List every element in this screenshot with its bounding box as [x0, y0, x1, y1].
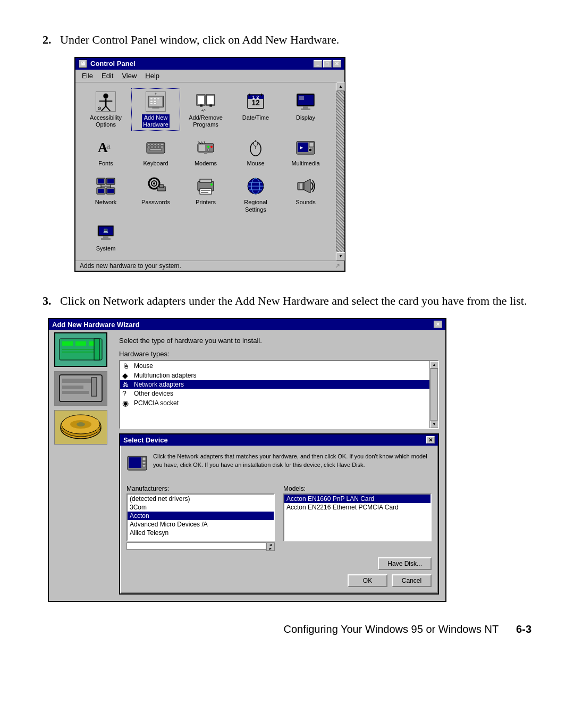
- svg-rect-113: [62, 391, 89, 394]
- model-en1660[interactable]: Accton EN1660 PnP LAN Card: [284, 495, 430, 503]
- printers-icon: [195, 175, 216, 197]
- svg-line-56: [198, 141, 201, 144]
- cp-item-network[interactable]: Network: [82, 173, 130, 215]
- cp-item-modems[interactable]: Modems: [182, 135, 230, 169]
- select-device-close[interactable]: ✕: [426, 436, 435, 444]
- hw-scroll-up[interactable]: ▲: [430, 361, 438, 369]
- addremove-icon: ≡ ≡ +/-: [195, 91, 216, 112]
- cp-item-display[interactable]: Display: [282, 89, 330, 130]
- cp-item-addnewhardware[interactable]: + Add NewHardware: [132, 89, 180, 130]
- cp-item-mouse[interactable]: Mouse: [232, 135, 280, 169]
- step-3-number: 3.: [43, 294, 52, 307]
- svg-rect-122: [142, 457, 146, 461]
- svg-rect-81: [159, 185, 164, 188]
- have-disk-button[interactable]: Have Disk...: [378, 557, 432, 570]
- select-device-titlebar: Select Device ✕: [120, 434, 438, 446]
- scroll-up-arrow[interactable]: ▲: [336, 82, 345, 91]
- svg-text:+/-: +/-: [201, 108, 206, 112]
- accessibility-icon: ⚙: [95, 91, 116, 112]
- dialog-info: Click the Network adapters that matches …: [126, 452, 432, 479]
- manufacturer-detected[interactable]: (detected net drivers): [128, 495, 274, 503]
- control-panel-window: 🖥 Control Panel _ □ ✕ File Edit View Hel…: [74, 57, 345, 272]
- svg-marker-97: [304, 179, 310, 193]
- wizard-window: Add New Hardware Wizard ✕: [48, 318, 446, 602]
- menu-help[interactable]: Help: [141, 71, 164, 81]
- step-2-instruction: Under Control Panel window, click on Add…: [60, 33, 339, 46]
- svg-text:+: +: [155, 91, 157, 96]
- titlebar-title-group: 🖥 Control Panel: [79, 60, 136, 68]
- svg-text:💻: 💻: [103, 228, 108, 233]
- cp-item-addremove[interactable]: ≡ ≡ +/- Add/RemovePrograms: [182, 89, 230, 130]
- hw-scroll-thumb[interactable]: [430, 369, 438, 421]
- network-hw-icon: 🖧: [122, 381, 132, 388]
- cp-item-fonts[interactable]: A a Fonts: [82, 135, 130, 169]
- manufacturer-accton[interactable]: Accton: [128, 512, 274, 520]
- hw-item-mouse[interactable]: 🖱 Mouse: [120, 361, 429, 371]
- addremove-label: Add/RemovePrograms: [189, 114, 223, 128]
- dialog-info-text: Click the Network adapters that matches …: [153, 452, 432, 479]
- svg-rect-41: [154, 144, 156, 145]
- regional-icon: [245, 175, 266, 197]
- manufacturer-allied[interactable]: Allied Telesyn: [128, 529, 274, 537]
- step-2: 2. Under Control Panel window, click on …: [43, 32, 531, 276]
- manufacturer-amd[interactable]: Advanced Micro Devices /A: [128, 520, 274, 529]
- mouse-label: Mouse: [247, 160, 264, 167]
- system-icon: 💻: [95, 222, 116, 243]
- regional-label: RegionalSettings: [244, 199, 267, 213]
- datetime-icon: 1 2 12: [245, 91, 266, 112]
- cp-item-regional[interactable]: RegionalSettings: [232, 173, 280, 215]
- control-panel-scrollbar[interactable]: ▲ ▼: [336, 82, 344, 261]
- hw-type-scrollbar[interactable]: ▲ ▼: [429, 361, 438, 428]
- mfr-scroll-left[interactable]: ◄: [267, 543, 274, 547]
- footer: Configuring Your Windows 95 or Windows N…: [43, 623, 531, 635]
- svg-rect-33: [301, 108, 310, 110]
- ok-button[interactable]: OK: [348, 574, 387, 587]
- manufacturers-label: Manufacturers:: [126, 485, 275, 492]
- svg-rect-51: [199, 145, 205, 151]
- accessibility-label: AccessibilityOptions: [90, 114, 122, 128]
- scroll-down-arrow[interactable]: ▼: [336, 252, 345, 261]
- keyboard-icon: [145, 137, 166, 158]
- model-en2216[interactable]: Accton EN2216 Ethernet PCMCIA Card: [284, 503, 430, 512]
- hw-item-multifunction[interactable]: ◆ Multifunction adapters: [120, 371, 429, 380]
- multimedia-icon: ▶: [295, 137, 316, 158]
- menu-edit[interactable]: Edit: [97, 71, 117, 81]
- cp-item-passwords[interactable]: Passwords: [132, 173, 180, 215]
- svg-point-54: [207, 149, 209, 151]
- control-panel-titlebar: 🖥 Control Panel _ □ ✕: [75, 58, 344, 70]
- modems-label: Modems: [195, 160, 217, 167]
- close-button[interactable]: ✕: [333, 60, 341, 68]
- manufacturer-3com[interactable]: 3Com: [128, 503, 274, 512]
- svg-rect-45: [151, 146, 153, 148]
- hardware-types-list[interactable]: 🖱 Mouse ◆ Multifunction adapters 🖧 Netwo…: [119, 360, 439, 429]
- menu-view[interactable]: View: [117, 71, 141, 81]
- maximize-button[interactable]: □: [323, 60, 332, 68]
- manufacturers-list[interactable]: (detected net drivers) 3Com Accton Advan…: [126, 493, 275, 541]
- hardware-list-content: 🖱 Mouse ◆ Multifunction adapters 🖧 Netwo…: [120, 361, 429, 428]
- cp-item-keyboard[interactable]: Keyboard: [132, 135, 180, 169]
- wizard-close-button[interactable]: ✕: [434, 321, 442, 328]
- fonts-label: Fonts: [98, 160, 113, 167]
- cp-item-system[interactable]: 💻 System: [82, 220, 130, 254]
- svg-rect-69: [98, 179, 104, 183]
- cp-item-sounds[interactable]: Sounds: [282, 173, 330, 215]
- minimize-button[interactable]: _: [314, 60, 322, 68]
- menu-file[interactable]: File: [78, 71, 97, 81]
- mfr-scroll-right[interactable]: ►: [267, 547, 274, 550]
- svg-rect-43: [161, 144, 164, 145]
- cp-item-multimedia[interactable]: ▶ Multimedia: [282, 135, 330, 169]
- svg-rect-124: [142, 465, 146, 467]
- cp-item-printers[interactable]: Printers: [182, 173, 230, 215]
- footer-text: Configuring Your Windows 95 or Windows N…: [283, 623, 498, 635]
- dialog-buttons: OK Cancel: [126, 574, 432, 587]
- hw-item-other[interactable]: ? Other devices: [120, 389, 429, 398]
- cancel-button[interactable]: Cancel: [392, 574, 432, 587]
- hw-item-network-adapters[interactable]: 🖧 Network adapters: [120, 380, 429, 389]
- cp-item-datetime[interactable]: 1 2 12 Date/Time: [232, 89, 280, 130]
- models-list[interactable]: Accton EN1660 PnP LAN Card Accton EN2216…: [283, 493, 432, 541]
- cp-item-accessibility[interactable]: ⚙ AccessibilityOptions: [82, 89, 130, 130]
- hw-scroll-down[interactable]: ▼: [430, 421, 438, 428]
- scroll-thumb[interactable]: [336, 91, 344, 252]
- hw-item-pcmcia[interactable]: ◉ PCMCIA socket: [120, 398, 429, 408]
- models-section: Models: Accton EN1660 PnP LAN Card Accto…: [283, 485, 432, 551]
